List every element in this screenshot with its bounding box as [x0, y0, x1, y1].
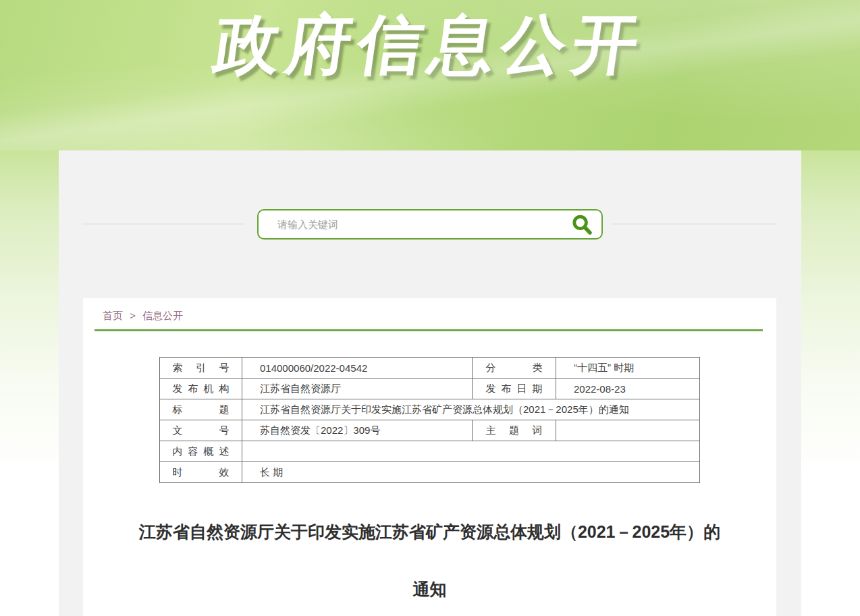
- meta-value-cell: 江苏省自然资源厅: [242, 379, 473, 399]
- meta-label-cell: 索引号: [160, 358, 242, 379]
- divider-line-right: [612, 223, 776, 225]
- breadcrumb-separator: >: [130, 310, 136, 321]
- search-section: [59, 150, 801, 298]
- meta-value-cell: 长 期: [242, 462, 700, 483]
- document-meta-table: 索引号 014000060/2022-04542 分类 “十四五” 时期 发布机…: [159, 357, 700, 483]
- meta-value-cell: 014000060/2022-04542: [242, 358, 473, 379]
- meta-label-cell: 文号: [160, 420, 242, 441]
- search-box: [257, 209, 603, 240]
- meta-value-cell: 江苏省自然资源厅关于印发实施江苏省矿产资源总体规划（2021－2025年）的通知: [242, 399, 700, 420]
- page-title: 政府信息公开: [211, 9, 650, 80]
- table-row: 内容概述: [160, 441, 700, 462]
- meta-label-cell: 分类: [473, 358, 556, 379]
- meta-value-cell: 2022-08-23: [556, 379, 700, 399]
- breadcrumb-home-link[interactable]: 首页: [103, 310, 123, 321]
- meta-label-cell: 标题: [160, 399, 242, 420]
- header-banner: 政府信息公开: [0, 0, 860, 150]
- table-row: 文号 苏自然资发〔2022〕309号 主题词: [160, 420, 700, 441]
- meta-label-cell: 发布机构: [160, 379, 242, 399]
- meta-value-cell: [556, 420, 700, 441]
- table-row: 时效 长 期: [160, 462, 700, 483]
- content-box: 首页 > 信息公开 索引号 014000060/2022-04542 分类 “十…: [83, 298, 776, 616]
- meta-label-cell: 时效: [160, 462, 242, 483]
- meta-label-cell: 发布日期: [473, 379, 556, 399]
- article-title-line2: 通知: [83, 578, 776, 600]
- meta-value-cell: [242, 441, 700, 462]
- meta-value-cell: 苏自然资发〔2022〕309号: [242, 420, 473, 441]
- meta-label-cell: 内容概述: [160, 441, 242, 462]
- breadcrumb: 首页 > 信息公开: [83, 298, 776, 323]
- table-row: 发布机构 江苏省自然资源厅 发布日期 2022-08-23: [160, 379, 700, 399]
- search-input[interactable]: [259, 219, 570, 230]
- meta-value-cell: “十四五” 时期: [556, 358, 700, 379]
- table-row: 索引号 014000060/2022-04542 分类 “十四五” 时期: [160, 358, 700, 379]
- search-button[interactable]: [570, 213, 601, 236]
- breadcrumb-current-link[interactable]: 信息公开: [142, 310, 183, 321]
- green-divider: [95, 329, 763, 331]
- main-panel: 首页 > 信息公开 索引号 014000060/2022-04542 分类 “十…: [59, 150, 801, 616]
- table-row: 标题 江苏省自然资源厅关于印发实施江苏省矿产资源总体规划（2021－2025年）…: [160, 399, 700, 420]
- article-title: 江苏省自然资源厅关于印发实施江苏省矿产资源总体规划（2021－2025年）的 通…: [83, 521, 776, 600]
- divider-line-left: [82, 223, 244, 225]
- article-title-line1: 江苏省自然资源厅关于印发实施江苏省矿产资源总体规划（2021－2025年）的: [83, 521, 776, 542]
- search-icon: [570, 213, 593, 236]
- meta-label-cell: 主题词: [473, 420, 556, 441]
